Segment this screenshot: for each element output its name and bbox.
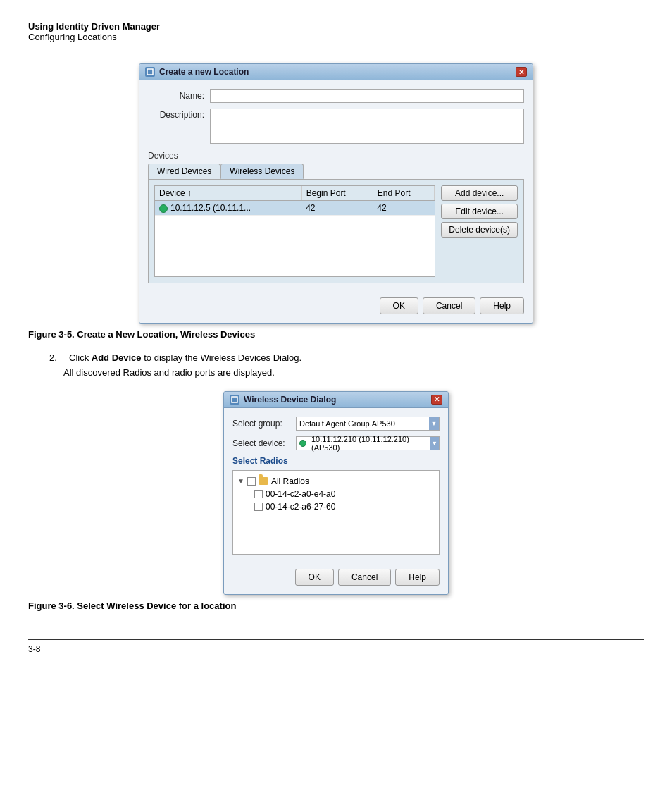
device-table: Device ↑ Begin Port End Port 10.11.12.5 … <box>155 186 435 216</box>
tree-child-2: 00-14-c2-a6-27-60 <box>254 500 435 513</box>
name-row: Name: <box>148 89 524 103</box>
select-device-label: Select device: <box>232 438 296 448</box>
select-group-value: Default Agent Group.AP530 <box>299 419 395 428</box>
add-device-button[interactable]: Add device... <box>441 185 518 201</box>
wireless-device-dialog: Wireless Device Dialog ✕ Select group: D… <box>223 391 449 595</box>
status-icon-green <box>159 204 168 213</box>
page-footer: 3-8 <box>28 639 644 654</box>
col-begin-port[interactable]: Begin Port <box>301 186 373 201</box>
select-group-label: Select group: <box>232 419 296 429</box>
device-dropdown-arrow-icon: ▼ <box>430 437 439 450</box>
wd-dialog-body: Select group: Default Agent Group.AP530 … <box>224 408 448 594</box>
col-device[interactable]: Device ↑ <box>155 186 301 201</box>
description-input[interactable] <box>210 109 524 144</box>
all-radios-checkbox[interactable] <box>247 477 256 486</box>
devices-section: Devices Wired Devices Wireless Devices D <box>148 151 524 283</box>
ok-button[interactable]: OK <box>380 297 418 314</box>
table-buttons: Add device... Edit device... Delete devi… <box>441 185 518 277</box>
create-location-dialog: Create a new Location ✕ Name: Descriptio… <box>139 63 533 324</box>
col-end-port[interactable]: End Port <box>373 186 434 201</box>
wd-help-button[interactable]: Help <box>395 569 440 586</box>
all-radios-label: All Radios <box>271 476 309 486</box>
close-button[interactable]: ✕ <box>516 67 527 77</box>
table-panel: Device ↑ Begin Port End Port 10.11.12.5 … <box>148 179 524 283</box>
wd-titlebar: Wireless Device Dialog ✕ <box>224 392 448 408</box>
cell-begin-port: 42 <box>301 201 373 216</box>
name-input[interactable] <box>210 89 524 103</box>
tree-children: 00-14-c2-a0-e4-a0 00-14-c2-a6-27-60 <box>237 488 435 513</box>
step-number: 2. <box>49 352 63 363</box>
doc-title: Using Identity Driven Manager <box>28 21 644 32</box>
tab-wired[interactable]: Wired Devices <box>148 164 220 179</box>
radio1-checkbox[interactable] <box>254 490 263 498</box>
wd-cancel-button[interactable]: Cancel <box>338 569 391 586</box>
folder-icon <box>259 477 268 485</box>
description-row: Description: <box>148 109 524 144</box>
description-label: Description: <box>148 110 204 120</box>
cancel-button[interactable]: Cancel <box>423 297 475 314</box>
radios-tree: ▼ All Radios 00-14-c2-a0-e4-a0 00-14-c2-… <box>232 470 440 555</box>
page-number: 3-8 <box>28 644 40 654</box>
dialog-title: Create a new Location <box>159 67 249 77</box>
svg-rect-0 <box>147 69 153 75</box>
select-device-dropdown[interactable]: 10.11.12.210 (10.11.12.210) (AP530) ▼ <box>296 436 440 450</box>
dialog-icon <box>145 67 155 77</box>
delete-device-button[interactable]: Delete device(s) <box>441 222 518 238</box>
tree-expand-icon[interactable]: ▼ <box>237 477 244 485</box>
device-status-icon <box>299 440 306 447</box>
devices-label: Devices <box>148 151 524 161</box>
figure1-block: Create a new Location ✕ Name: Descriptio… <box>28 63 644 340</box>
help-button[interactable]: Help <box>480 297 524 314</box>
select-device-value: 10.11.12.210 (10.11.12.210) (AP530) <box>311 435 427 452</box>
step-text: Click Add Device to display the Wireless… <box>69 352 301 363</box>
wd-close-button[interactable]: ✕ <box>431 395 442 405</box>
select-group-dropdown[interactable]: Default Agent Group.AP530 ▼ <box>296 417 440 431</box>
wd-dialog-icon <box>230 395 239 405</box>
doc-subtitle: Configuring Locations <box>28 32 644 42</box>
select-radios-label: Select Radios <box>232 456 440 466</box>
figure1-caption: Figure 3-5. Create a New Location, Wirel… <box>28 329 255 340</box>
wd-dialog-footer: OK Cancel Help <box>232 563 440 586</box>
wd-dialog-title: Wireless Device Dialog <box>244 395 336 405</box>
figure2-block: Wireless Device Dialog ✕ Select group: D… <box>28 391 644 611</box>
select-group-row: Select group: Default Agent Group.AP530 … <box>232 417 440 431</box>
svg-rect-1 <box>232 397 237 402</box>
dialog-footer: OK Cancel Help <box>148 292 524 314</box>
tab-bar: Wired Devices Wireless Devices <box>148 164 524 179</box>
select-device-row: Select device: 10.11.12.210 (10.11.12.21… <box>232 436 440 450</box>
sub-text: All discovered Radios and radio ports ar… <box>63 366 644 380</box>
edit-device-button[interactable]: Edit device... <box>441 204 518 219</box>
dropdown-arrow-icon: ▼ <box>429 417 439 430</box>
wd-ok-button[interactable]: OK <box>295 569 334 586</box>
name-label: Name: <box>148 91 204 101</box>
tab-wireless[interactable]: Wireless Devices <box>220 164 304 179</box>
table-row[interactable]: 10.11.12.5 (10.11.1... 42 42 <box>155 201 435 216</box>
figure2-caption: Figure 3-6. Select Wireless Device for a… <box>28 600 236 611</box>
step2-row: 2. Click Add Device to display the Wirel… <box>49 352 644 363</box>
radio1-label: 00-14-c2-a0-e4-a0 <box>266 489 335 499</box>
doc-header: Using Identity Driven Manager Configurin… <box>28 21 644 42</box>
radio2-label: 00-14-c2-a6-27-60 <box>266 502 335 512</box>
device-table-wrapper: Device ↑ Begin Port End Port 10.11.12.5 … <box>154 185 435 277</box>
radio2-checkbox[interactable] <box>254 503 263 511</box>
tree-child-1: 00-14-c2-a0-e4-a0 <box>254 488 435 500</box>
table-container: Device ↑ Begin Port End Port 10.11.12.5 … <box>154 185 518 277</box>
tree-root-row: ▼ All Radios <box>237 475 435 488</box>
dialog-body: Name: Description: Devices Wired Devices… <box>139 80 533 323</box>
wd-titlebar-left: Wireless Device Dialog <box>230 395 336 405</box>
cell-device: 10.11.12.5 (10.11.1... <box>155 201 301 216</box>
dialog-titlebar: Create a new Location ✕ <box>139 64 533 80</box>
titlebar-left: Create a new Location <box>145 67 249 77</box>
cell-end-port: 42 <box>373 201 434 216</box>
